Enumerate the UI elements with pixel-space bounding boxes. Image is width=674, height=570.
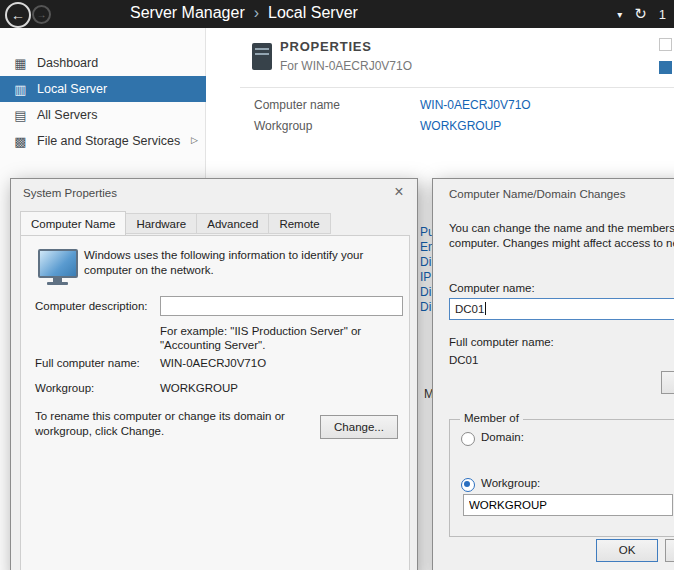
edge-fragment (659, 38, 672, 51)
breadcrumb: Server Manager › Local Server (130, 4, 358, 22)
intro-text: You can change the name and the membersh… (449, 221, 674, 251)
file-storage-services-icon: ▩ (13, 134, 28, 149)
back-arrow-icon: ← (11, 7, 25, 23)
dialog-title: System Properties (23, 187, 117, 199)
full-computer-name-value: DC01 (449, 354, 478, 366)
intro-line: You can change the name and the membersh… (449, 221, 674, 236)
dashboard-icon: ▦ (13, 56, 28, 71)
computer-description-label: Computer description: (35, 300, 148, 312)
tab-computer-name[interactable]: Computer Name (20, 211, 126, 235)
cancel-button-fragment[interactable] (665, 539, 674, 562)
tile-title: PROPERTIES (280, 39, 372, 54)
caret-down-icon[interactable]: ▾ (617, 9, 622, 20)
back-button[interactable]: ← (5, 2, 31, 28)
system-properties-dialog: System Properties × Computer Name Hardwa… (10, 178, 418, 570)
computer-name-tab-page: Windows uses the following information t… (20, 235, 410, 570)
workgroup-label: Workgroup: (35, 382, 94, 394)
sidebar-item-all-servers[interactable]: ▤ All Servers (0, 102, 206, 128)
intro-text: Windows uses the following information t… (84, 248, 392, 278)
app-title: Server Manager (130, 4, 245, 22)
breadcrumb-separator-icon: › (254, 4, 259, 22)
tile-divider (240, 87, 674, 88)
full-computer-name-value: WIN-0AECRJ0V71O (160, 357, 266, 369)
rename-help-text: To rename this computer or change its do… (35, 409, 309, 439)
computer-name-domain-changes-dialog: Computer Name/Domain Changes You can cha… (432, 178, 674, 570)
domain-radio-label[interactable]: Domain: (481, 431, 524, 443)
sidebar-item-label: File and Storage Services (37, 134, 180, 148)
property-label: Computer name (254, 98, 340, 112)
description-example-text: For example: "IIS Production Server" or … (160, 324, 406, 352)
page-title: Local Server (268, 4, 358, 22)
tab-remote[interactable]: Remote (269, 213, 330, 234)
intro-line: computer. Changes might affect access to… (449, 236, 674, 251)
property-value-fragment[interactable]: Di (420, 255, 431, 269)
more-button-fragment[interactable] (661, 371, 674, 394)
full-computer-name-label: Full computer name: (449, 336, 554, 348)
computer-name-input-value: DC01 (455, 303, 484, 315)
sidebar-item-label: All Servers (37, 108, 97, 122)
tab-advanced[interactable]: Advanced (197, 213, 269, 234)
computer-name-link[interactable]: WIN-0AECRJ0V71O (420, 98, 531, 112)
property-value-fragment[interactable]: Di (420, 285, 431, 299)
refresh-icon[interactable]: ↻ (634, 5, 647, 23)
close-icon[interactable]: × (390, 183, 408, 201)
computer-name-input[interactable]: DC01 (449, 298, 674, 320)
chevron-right-icon[interactable]: ▷ (191, 135, 198, 145)
all-servers-icon: ▤ (13, 108, 28, 123)
change-button[interactable]: Change... (320, 415, 398, 439)
tab-strip: Computer Name Hardware Advanced Remote (20, 211, 331, 234)
sidebar-item-local-server[interactable]: ▥ Local Server (0, 76, 206, 102)
member-of-groupbox: Member of Domain: Workgroup: (449, 419, 674, 537)
tile-subtitle: For WIN-0AECRJ0V71O (280, 59, 412, 73)
workgroup-radio-label[interactable]: Workgroup: (481, 477, 540, 489)
property-value-fragment[interactable]: IP (420, 270, 431, 284)
workgroup-radio[interactable] (461, 478, 475, 492)
local-server-icon: ▥ (13, 82, 28, 97)
property-value-fragment[interactable]: Di (420, 300, 431, 314)
tab-hardware[interactable]: Hardware (126, 213, 197, 234)
workgroup-link[interactable]: WORKGROUP (420, 119, 501, 133)
computer-description-input[interactable] (160, 296, 403, 316)
sidebar-item-label: Local Server (37, 82, 107, 96)
computer-name-label: Computer name: (449, 282, 535, 294)
server-manager-window: ← → Server Manager › Local Server ▾ ↻ 1 … (0, 0, 674, 570)
full-computer-name-label: Full computer name: (35, 357, 140, 369)
ok-button[interactable]: OK (596, 539, 658, 562)
workgroup-value: WORKGROUP (160, 382, 238, 394)
properties-tile-icon (252, 43, 272, 70)
notification-count[interactable]: 1 (659, 7, 666, 22)
sidebar-item-label: Dashboard (37, 56, 98, 70)
forward-button[interactable]: → (32, 5, 51, 24)
property-label: Workgroup (254, 119, 312, 133)
forward-arrow-icon: → (37, 9, 47, 20)
domain-radio[interactable] (461, 432, 475, 446)
member-of-label: Member of (460, 412, 523, 424)
computer-monitor-icon (38, 249, 78, 287)
edge-fragment (659, 61, 672, 74)
topbar-actions: ▾ ↻ 1 (617, 0, 666, 28)
sidebar-item-dashboard[interactable]: ▦ Dashboard (0, 50, 206, 76)
workgroup-input[interactable] (463, 494, 673, 516)
sidebar-item-file-storage-services[interactable]: ▩ File and Storage Services ▷ (0, 128, 206, 154)
text-cursor (485, 302, 486, 315)
dialog-title: Computer Name/Domain Changes (449, 188, 625, 200)
topbar: ← → Server Manager › Local Server ▾ ↻ 1 (0, 0, 674, 28)
